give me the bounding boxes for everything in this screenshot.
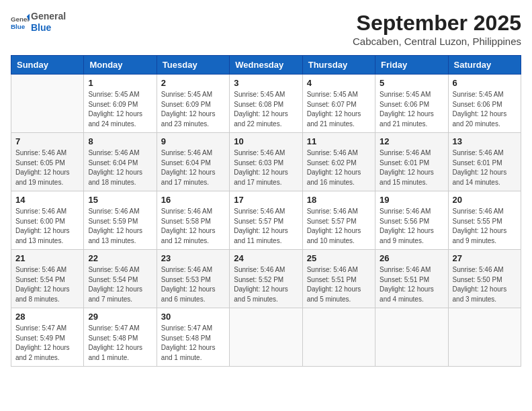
day-detail: Sunrise: 5:46 AMSunset: 6:00 PMDaylight:… xyxy=(15,207,79,246)
day-detail: Sunrise: 5:46 AMSunset: 5:57 PMDaylight:… xyxy=(234,207,298,246)
calendar-day-cell: 9Sunrise: 5:46 AMSunset: 6:04 PMDaylight… xyxy=(157,133,229,191)
day-number: 9 xyxy=(161,136,225,146)
calendar-day-cell: 8Sunrise: 5:46 AMSunset: 6:04 PMDaylight… xyxy=(84,133,157,191)
calendar-day-cell: 23Sunrise: 5:46 AMSunset: 5:53 PMDayligh… xyxy=(157,250,229,308)
day-detail: Sunrise: 5:46 AMSunset: 5:59 PMDaylight:… xyxy=(88,207,152,246)
day-number: 16 xyxy=(161,195,225,205)
day-detail: Sunrise: 5:46 AMSunset: 5:52 PMDaylight:… xyxy=(234,265,298,304)
calendar-day-cell: 22Sunrise: 5:46 AMSunset: 5:54 PMDayligh… xyxy=(84,250,157,308)
calendar-day-cell: 29Sunrise: 5:47 AMSunset: 5:48 PMDayligh… xyxy=(84,308,157,367)
day-detail: Sunrise: 5:46 AMSunset: 5:51 PMDaylight:… xyxy=(380,265,443,304)
day-detail: Sunrise: 5:46 AMSunset: 5:58 PMDaylight:… xyxy=(161,207,225,246)
calendar-day-cell: 16Sunrise: 5:46 AMSunset: 5:58 PMDayligh… xyxy=(157,191,229,250)
calendar-day-cell: 3Sunrise: 5:45 AMSunset: 6:08 PMDaylight… xyxy=(230,75,302,133)
day-detail: Sunrise: 5:46 AMSunset: 6:01 PMDaylight:… xyxy=(453,148,517,187)
day-number: 8 xyxy=(88,136,152,146)
svg-text:Blue: Blue xyxy=(11,23,26,30)
day-detail: Sunrise: 5:47 AMSunset: 5:48 PMDaylight:… xyxy=(161,324,225,363)
day-number: 23 xyxy=(161,253,225,263)
calendar-day-cell xyxy=(230,308,302,367)
calendar-day-cell: 20Sunrise: 5:46 AMSunset: 5:55 PMDayligh… xyxy=(448,191,521,250)
day-detail: Sunrise: 5:46 AMSunset: 5:56 PMDaylight:… xyxy=(380,207,443,246)
day-detail: Sunrise: 5:45 AMSunset: 6:09 PMDaylight:… xyxy=(161,90,225,129)
day-number: 14 xyxy=(15,195,79,205)
day-number: 2 xyxy=(161,78,225,88)
day-number: 19 xyxy=(380,195,443,205)
calendar-day-cell xyxy=(302,308,375,367)
day-number: 18 xyxy=(307,195,371,205)
day-detail: Sunrise: 5:46 AMSunset: 5:55 PMDaylight:… xyxy=(453,207,517,246)
day-number: 27 xyxy=(453,253,517,263)
calendar-day-cell: 5Sunrise: 5:45 AMSunset: 6:06 PMDaylight… xyxy=(375,75,448,133)
calendar-week-row: 7Sunrise: 5:46 AMSunset: 6:05 PMDaylight… xyxy=(11,133,521,191)
weekday-header-friday: Friday xyxy=(375,56,448,75)
calendar-day-cell: 26Sunrise: 5:46 AMSunset: 5:51 PMDayligh… xyxy=(375,250,448,308)
weekday-header-monday: Monday xyxy=(84,56,157,75)
day-detail: Sunrise: 5:47 AMSunset: 5:49 PMDaylight:… xyxy=(15,324,79,363)
day-detail: Sunrise: 5:46 AMSunset: 5:54 PMDaylight:… xyxy=(88,265,152,304)
day-detail: Sunrise: 5:46 AMSunset: 6:05 PMDaylight:… xyxy=(15,148,79,187)
day-detail: Sunrise: 5:47 AMSunset: 5:48 PMDaylight:… xyxy=(88,324,152,363)
calendar-day-cell: 14Sunrise: 5:46 AMSunset: 6:00 PMDayligh… xyxy=(11,191,84,250)
calendar-table: SundayMondayTuesdayWednesdayThursdayFrid… xyxy=(11,55,521,367)
day-number: 24 xyxy=(234,253,298,263)
page-subtitle: Cabcaben, Central Luzon, Philippines xyxy=(353,36,521,47)
day-number: 26 xyxy=(380,253,443,263)
calendar-day-cell: 27Sunrise: 5:46 AMSunset: 5:50 PMDayligh… xyxy=(448,250,521,308)
weekday-header-tuesday: Tuesday xyxy=(157,56,229,75)
calendar-day-cell: 21Sunrise: 5:46 AMSunset: 5:54 PMDayligh… xyxy=(11,250,84,308)
calendar-day-cell xyxy=(11,75,84,133)
logo-icon: General Blue xyxy=(11,13,30,32)
weekday-header-sunday: Sunday xyxy=(11,56,84,75)
day-number: 13 xyxy=(453,136,517,146)
day-number: 21 xyxy=(15,253,79,263)
logo: General Blue General Blue xyxy=(11,11,66,34)
calendar-day-cell: 4Sunrise: 5:45 AMSunset: 6:07 PMDaylight… xyxy=(302,75,375,133)
day-detail: Sunrise: 5:46 AMSunset: 6:01 PMDaylight:… xyxy=(380,148,443,187)
calendar-day-cell: 10Sunrise: 5:46 AMSunset: 6:03 PMDayligh… xyxy=(230,133,302,191)
day-detail: Sunrise: 5:46 AMSunset: 5:57 PMDaylight:… xyxy=(307,207,371,246)
weekday-header-wednesday: Wednesday xyxy=(230,56,302,75)
calendar-day-cell: 12Sunrise: 5:46 AMSunset: 6:01 PMDayligh… xyxy=(375,133,448,191)
calendar-day-cell: 30Sunrise: 5:47 AMSunset: 5:48 PMDayligh… xyxy=(157,308,229,367)
logo-general: General xyxy=(31,11,66,22)
calendar-day-cell: 15Sunrise: 5:46 AMSunset: 5:59 PMDayligh… xyxy=(84,191,157,250)
day-number: 17 xyxy=(234,195,298,205)
day-detail: Sunrise: 5:46 AMSunset: 5:53 PMDaylight:… xyxy=(161,265,225,304)
day-number: 10 xyxy=(234,136,298,146)
day-number: 7 xyxy=(15,136,79,146)
day-detail: Sunrise: 5:45 AMSunset: 6:09 PMDaylight:… xyxy=(88,90,152,129)
day-number: 22 xyxy=(88,253,152,263)
calendar-day-cell: 28Sunrise: 5:47 AMSunset: 5:49 PMDayligh… xyxy=(11,308,84,367)
calendar-day-cell: 2Sunrise: 5:45 AMSunset: 6:09 PMDaylight… xyxy=(157,75,229,133)
calendar-day-cell: 6Sunrise: 5:45 AMSunset: 6:06 PMDaylight… xyxy=(448,75,521,133)
calendar-day-cell: 7Sunrise: 5:46 AMSunset: 6:05 PMDaylight… xyxy=(11,133,84,191)
day-number: 1 xyxy=(88,78,152,88)
calendar-day-cell xyxy=(448,308,521,367)
day-detail: Sunrise: 5:45 AMSunset: 6:06 PMDaylight:… xyxy=(380,90,443,129)
calendar-day-cell: 18Sunrise: 5:46 AMSunset: 5:57 PMDayligh… xyxy=(302,191,375,250)
day-number: 12 xyxy=(380,136,443,146)
calendar-day-cell: 17Sunrise: 5:46 AMSunset: 5:57 PMDayligh… xyxy=(230,191,302,250)
svg-text:General: General xyxy=(11,15,30,22)
day-number: 3 xyxy=(234,78,298,88)
day-number: 28 xyxy=(15,312,79,322)
page-title: September 2025 xyxy=(353,11,521,36)
day-detail: Sunrise: 5:46 AMSunset: 5:50 PMDaylight:… xyxy=(453,265,517,304)
weekday-header-thursday: Thursday xyxy=(302,56,375,75)
day-detail: Sunrise: 5:46 AMSunset: 5:51 PMDaylight:… xyxy=(307,265,371,304)
day-number: 30 xyxy=(161,312,225,322)
calendar-day-cell: 25Sunrise: 5:46 AMSunset: 5:51 PMDayligh… xyxy=(302,250,375,308)
calendar-header-row: SundayMondayTuesdayWednesdayThursdayFrid… xyxy=(11,56,521,75)
page-header: General Blue General Blue September 2025… xyxy=(11,11,521,47)
weekday-header-saturday: Saturday xyxy=(448,56,521,75)
day-detail: Sunrise: 5:46 AMSunset: 6:02 PMDaylight:… xyxy=(307,148,371,187)
calendar-day-cell: 24Sunrise: 5:46 AMSunset: 5:52 PMDayligh… xyxy=(230,250,302,308)
calendar-week-row: 1Sunrise: 5:45 AMSunset: 6:09 PMDaylight… xyxy=(11,75,521,133)
day-detail: Sunrise: 5:46 AMSunset: 5:54 PMDaylight:… xyxy=(15,265,79,304)
calendar-day-cell: 11Sunrise: 5:46 AMSunset: 6:02 PMDayligh… xyxy=(302,133,375,191)
day-number: 25 xyxy=(307,253,371,263)
day-number: 6 xyxy=(453,78,517,88)
calendar-day-cell: 1Sunrise: 5:45 AMSunset: 6:09 PMDaylight… xyxy=(84,75,157,133)
day-detail: Sunrise: 5:46 AMSunset: 6:04 PMDaylight:… xyxy=(88,148,152,187)
